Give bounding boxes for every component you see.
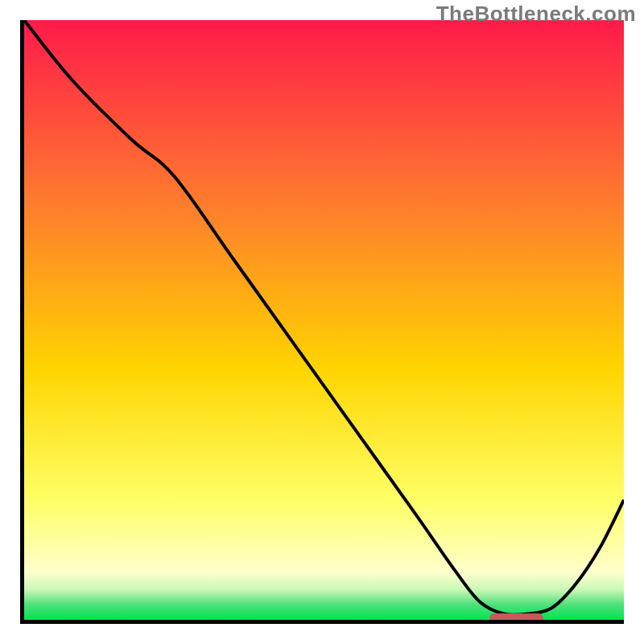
bottleneck-curve bbox=[24, 20, 624, 620]
watermark-text: TheBottleneck.com bbox=[436, 2, 636, 27]
chart-container: TheBottleneck.com bbox=[0, 0, 644, 644]
optimal-range-marker bbox=[489, 613, 544, 623]
plot-area bbox=[20, 20, 624, 624]
